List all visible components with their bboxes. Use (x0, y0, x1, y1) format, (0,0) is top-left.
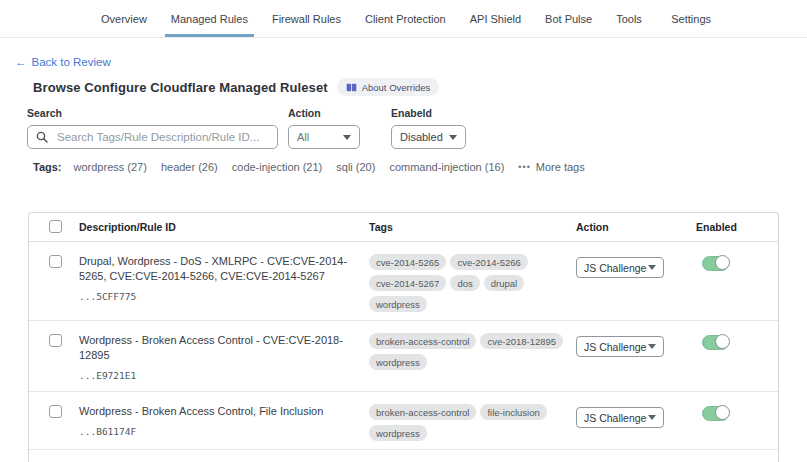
rule-id: ...E9721E1 (79, 370, 353, 381)
tag-filter-code-injection[interactable]: code-injection (21) (232, 161, 323, 173)
tab-tools[interactable]: Tools (610, 0, 648, 37)
back-to-review-link[interactable]: ← Back to Review (15, 56, 111, 68)
rule-action-value: JS Challenge (584, 412, 646, 424)
enabled-filter-label: Enabeld (391, 107, 466, 119)
rule-action-select[interactable]: JS Challenge (576, 336, 664, 357)
filters-bar: Search Action All Enabeld Disabled (0, 107, 807, 149)
rule-tags: broken-access-controlwordpress (369, 450, 576, 462)
more-tags-button[interactable]: ••• More tags (518, 161, 584, 173)
enabled-filter-value: Disabled (400, 131, 443, 143)
column-header-enabled: Enabled (694, 221, 780, 233)
rule-action-value: JS Challenge (584, 341, 646, 353)
tag-pill: cve-2014-5265 (369, 254, 446, 270)
tag-filter-command-injection[interactable]: command-injection (16) (389, 161, 504, 173)
tab-firewall-rules[interactable]: Firewall Rules (266, 0, 347, 37)
column-header-tags: Tags (369, 221, 576, 233)
rules-table: Description/Rule ID Tags Action Enabled … (28, 212, 779, 462)
enabled-filter-select[interactable]: Disabled (391, 125, 466, 149)
tag-pill: drupal (484, 275, 524, 291)
select-all-checkbox[interactable] (49, 220, 62, 233)
ellipsis-icon: ••• (518, 162, 530, 172)
tag-filter-sqli[interactable]: sqli (20) (336, 161, 375, 173)
tag-pill: wordpress (369, 296, 427, 312)
rule-action-select[interactable]: JS Challenge (576, 257, 664, 278)
tag-pill: cve-2014-5267 (369, 275, 446, 291)
row-checkbox[interactable] (49, 334, 62, 347)
table-row: Wordpress - Broken Access Control - Upda… (29, 450, 778, 462)
rule-id: ...B61174F (79, 426, 353, 437)
tab-settings[interactable]: Settings (671, 0, 711, 37)
book-icon (346, 83, 357, 92)
chevron-down-icon (343, 135, 351, 140)
rule-id: ...5CFF775 (79, 291, 353, 302)
tab-managed-rules[interactable]: Managed Rules (165, 0, 254, 37)
tab-api-shield[interactable]: API Shield (464, 0, 527, 37)
rule-action-select[interactable]: JS Challenge (576, 407, 664, 428)
back-link-label: Back to Review (32, 56, 111, 68)
tab-bot-pulse[interactable]: Bot Pulse (539, 0, 598, 37)
tag-pill: wordpress (369, 354, 427, 370)
tab-overview[interactable]: Overview (95, 0, 153, 37)
about-overrides-badge[interactable]: About Overrides (337, 78, 440, 96)
table-row: Wordpress - Broken Access Control - CVE:… (29, 321, 778, 392)
tag-pill: dos (450, 275, 479, 291)
tag-filter-wordpress[interactable]: wordpress (27) (74, 161, 147, 173)
row-checkbox[interactable] (49, 405, 62, 418)
action-filter-select[interactable]: All (288, 125, 360, 149)
rule-description: Wordpress - Broken Access Control, File … (79, 404, 353, 419)
arrow-left-icon: ← (15, 56, 27, 68)
tag-pill: cve-2014-5266 (450, 254, 527, 270)
tab-client-protection[interactable]: Client Protection (359, 0, 452, 37)
column-header-description: Description/Rule ID (79, 221, 369, 233)
rule-enabled-toggle[interactable] (702, 406, 729, 421)
tag-pill: broken-access-control (369, 404, 476, 420)
table-row: Drupal, Wordpress - DoS - XMLRPC - CVE:C… (29, 242, 778, 321)
toggle-knob (715, 405, 730, 420)
chevron-down-icon (648, 344, 656, 349)
action-filter-label: Action (288, 107, 360, 119)
column-header-action: Action (576, 221, 694, 233)
table-row: Wordpress - Broken Access Control, File … (29, 392, 778, 450)
tag-pill: file-inclusion (480, 404, 546, 420)
table-header-row: Description/Rule ID Tags Action Enabled (29, 213, 778, 242)
rule-enabled-toggle[interactable] (702, 256, 729, 271)
rule-tags: broken-access-controlfile-inclusionwordp… (369, 392, 576, 449)
toggle-knob (715, 334, 730, 349)
chevron-down-icon (648, 265, 656, 270)
table-body: Drupal, Wordpress - DoS - XMLRPC - CVE:C… (29, 242, 778, 462)
rule-description: Wordpress - Broken Access Control - CVE:… (79, 333, 353, 363)
chevron-down-icon (648, 415, 656, 420)
tags-bar-label: Tags: (33, 161, 62, 173)
rule-enabled-toggle[interactable] (702, 335, 729, 350)
toggle-knob (715, 255, 730, 270)
tag-pill: broken-access-control (369, 333, 476, 349)
search-icon (36, 131, 48, 143)
tags-bar: Tags: wordpress (27) header (26) code-in… (33, 161, 585, 173)
about-badge-label: About Overrides (362, 82, 431, 93)
page-header: Browse Configure Cloudflare Managed Rule… (33, 78, 439, 96)
top-nav: Overview Managed Rules Firewall Rules Cl… (0, 0, 807, 38)
cloudflare-managed-ruleset-page: Overview Managed Rules Firewall Rules Cl… (0, 0, 807, 462)
tag-filter-header[interactable]: header (26) (161, 161, 218, 173)
action-filter-value: All (297, 131, 309, 143)
more-tags-label: More tags (536, 161, 585, 173)
search-input[interactable] (27, 125, 278, 149)
rule-tags: broken-access-controlcve-2018-12895wordp… (369, 321, 576, 391)
search-label: Search (27, 107, 278, 119)
rule-description: Drupal, Wordpress - DoS - XMLRPC - CVE:C… (79, 254, 353, 284)
rule-action-value: JS Challenge (584, 262, 646, 274)
chevron-down-icon (449, 135, 457, 140)
page-title: Browse Configure Cloudflare Managed Rule… (33, 80, 328, 95)
tag-pill: cve-2018-12895 (480, 333, 563, 349)
tag-pill: wordpress (369, 425, 427, 441)
rule-tags: cve-2014-5265cve-2014-5266cve-2014-5267d… (369, 242, 576, 320)
row-checkbox[interactable] (49, 255, 62, 268)
